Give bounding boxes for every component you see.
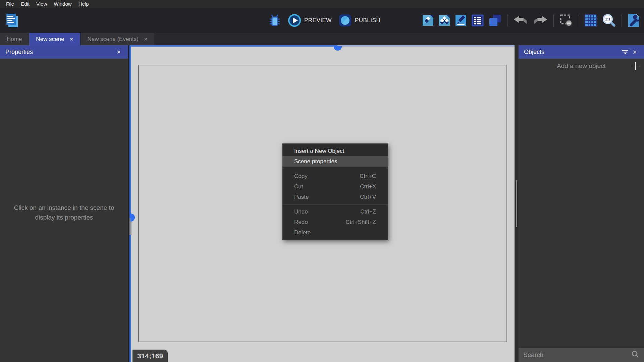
cursor-coordinates-badge: 314;169 [132, 350, 168, 362]
objects-filter-icon[interactable] [620, 49, 631, 55]
object-groups-button[interactable] [439, 15, 450, 26]
object-groups-icon [439, 15, 450, 26]
context-menu-item-paste[interactable]: PasteCtrl+V [282, 192, 388, 202]
add-object-label: Add a new object [557, 62, 606, 70]
toolbar-separator [622, 14, 622, 26]
preview-button[interactable]: PREVIEW [288, 14, 332, 27]
objects-panel-header: Objects × [519, 45, 644, 59]
canvas-right-scrollbar[interactable] [515, 45, 519, 362]
layers-panel-button[interactable] [489, 14, 501, 27]
context-menu-item-scene-properties[interactable]: Scene properties [282, 156, 388, 167]
menu-item-view[interactable]: View [33, 0, 50, 8]
scene-properties-button[interactable] [628, 13, 640, 27]
project-manager-icon [5, 13, 19, 28]
objects-panel-button[interactable] [422, 15, 434, 26]
context-menu-item-delete[interactable]: Delete [282, 227, 388, 238]
context-menu-item-label: Paste [294, 194, 309, 200]
context-menu-item-insert-a-new-object[interactable]: Insert a New Object [282, 146, 388, 156]
context-menu-item-label: Insert a New Object [294, 148, 344, 155]
scene-properties-wrench-icon [628, 13, 640, 27]
context-menu-item-label: Scene properties [294, 158, 337, 165]
context-menu-item-undo[interactable]: UndoCtrl+Z [282, 206, 388, 217]
properties-panel-button[interactable] [455, 15, 467, 26]
context-menu-item-shortcut: Ctrl+X [360, 183, 376, 190]
properties-close-icon[interactable]: × [115, 49, 123, 55]
context-menu-separator [282, 169, 388, 169]
debugger-bug-icon [268, 13, 281, 27]
editor-tab-bar: HomeNew scene×New scene (Events)× [0, 33, 644, 45]
deselect-icon [559, 14, 573, 27]
project-manager-button[interactable] [5, 13, 19, 28]
publish-button[interactable]: PUBLISH [338, 14, 380, 27]
toggle-grid-button[interactable] [585, 14, 597, 26]
tab-new-scene[interactable]: New scene× [29, 33, 80, 45]
context-menu-item-label: Delete [294, 229, 311, 236]
objects-panel: Objects × Add a new object [519, 45, 644, 362]
main-toolbar: PREVIEW PUBLISH [0, 8, 644, 33]
objects-search-bar[interactable] [519, 348, 644, 362]
left-splitter-handle[interactable] [130, 214, 135, 222]
tab-home[interactable]: Home [0, 33, 29, 45]
grid-icon [585, 14, 597, 26]
svg-text:1:1: 1:1 [605, 17, 610, 21]
toolbar-separator [553, 14, 554, 26]
undo-arrow-icon [513, 15, 528, 26]
context-menu-item-label: Redo [294, 219, 308, 226]
objects-search-input[interactable] [523, 351, 631, 359]
menu-item-window[interactable]: Window [50, 0, 75, 8]
tab-label: New scene [36, 36, 64, 43]
layers-icon [489, 14, 501, 27]
edit-pencil-icon [455, 15, 467, 26]
instances-list-button[interactable] [472, 14, 484, 26]
context-menu-item-label: Undo [294, 208, 308, 215]
context-menu-item-cut[interactable]: CutCtrl+X [282, 181, 388, 192]
menu-item-file[interactable]: File [3, 0, 17, 8]
zoom-one-to-one-icon: 1:1 [602, 13, 616, 27]
menu-item-edit[interactable]: Edit [17, 0, 33, 8]
redo-button[interactable] [533, 15, 548, 26]
context-menu-item-shortcut: Ctrl+Z [360, 208, 376, 215]
context-menu-item-copy[interactable]: CopyCtrl+C [282, 171, 388, 181]
properties-empty-message: Click on an instance in the scene to dis… [10, 203, 118, 223]
preview-label: PREVIEW [304, 17, 332, 24]
publish-label: PUBLISH [355, 17, 380, 24]
objects-panel-icon [422, 15, 434, 26]
publish-globe-icon [338, 14, 352, 27]
clear-selection-button[interactable] [559, 14, 573, 27]
context-menu-item-shortcut: Ctrl+C [360, 173, 376, 180]
top-splitter-handle[interactable] [334, 46, 342, 51]
tab-new-scene-events[interactable]: New scene (Events)× [81, 33, 154, 45]
context-menu: Insert a New ObjectScene propertiesCopyC… [282, 143, 388, 240]
context-menu-item-label: Copy [294, 173, 308, 180]
search-icon [631, 350, 639, 360]
properties-panel: Properties × Click on an instance in the… [0, 45, 128, 362]
add-object-row[interactable]: Add a new object [519, 59, 644, 73]
toolbar-center-group: PREVIEW PUBLISH [268, 8, 380, 33]
undo-button[interactable] [513, 15, 528, 26]
instances-list-icon [472, 14, 484, 26]
redo-arrow-icon [533, 15, 548, 26]
objects-close-icon[interactable]: × [631, 49, 639, 55]
toolbar-separator [579, 14, 579, 26]
context-menu-item-label: Cut [294, 183, 303, 190]
menu-bar: FileEditViewWindowHelp [0, 0, 644, 8]
add-object-plus-icon[interactable] [631, 62, 640, 72]
tab-close-icon[interactable]: × [69, 36, 73, 42]
toolbar-separator [507, 14, 507, 26]
left-splitter[interactable] [129, 45, 131, 362]
debugger-button[interactable] [268, 13, 281, 27]
context-menu-item-shortcut: Ctrl+Shift+Z [345, 219, 376, 226]
top-splitter[interactable] [129, 45, 515, 47]
context-menu-item-redo[interactable]: RedoCtrl+Shift+Z [282, 217, 388, 227]
tab-label: New scene (Events) [88, 36, 139, 43]
zoom-reset-button[interactable]: 1:1 [602, 13, 616, 27]
menu-item-help[interactable]: Help [75, 0, 92, 8]
objects-panel-title: Objects [524, 49, 544, 56]
context-menu-separator [282, 204, 388, 204]
toolbar-right-group: 1:1 [422, 8, 640, 33]
tab-close-icon[interactable]: × [144, 36, 148, 42]
properties-panel-title: Properties [5, 49, 33, 56]
properties-panel-header: Properties × [0, 45, 128, 59]
right-scrollbar-thumb[interactable] [516, 180, 517, 227]
preview-play-icon [288, 14, 301, 27]
